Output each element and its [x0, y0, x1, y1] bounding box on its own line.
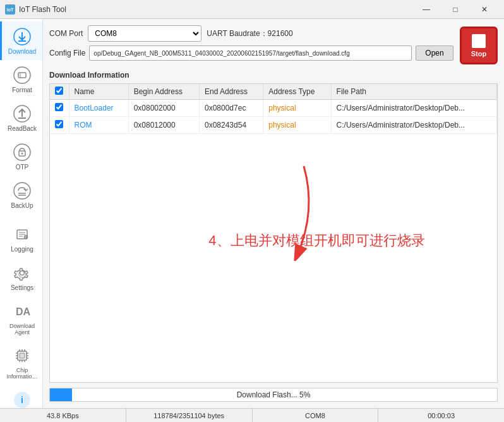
row-checkbox-cell-0: [50, 100, 69, 117]
com-port-label: COM Port: [49, 29, 83, 38]
sidebar-item-format[interactable]: Format: [0, 60, 42, 99]
sidebar-item-format-label: Format: [12, 87, 32, 93]
row-checkbox-1[interactable]: [55, 120, 63, 128]
col-begin: Begin Address: [128, 84, 199, 100]
sidebar-item-da[interactable]: DA DownloadAgent: [0, 296, 42, 341]
top-controls: COM Port COM8 UART Baudrate：921600 Confi…: [49, 25, 498, 66]
status-time: 00:00:03: [378, 409, 504, 422]
backup-icon: [12, 181, 32, 201]
open-button[interactable]: Open: [416, 45, 453, 61]
readback-icon: [12, 104, 32, 124]
table-row: ROM 0x08012000 0x08243d54 physical C:/Us…: [50, 117, 497, 134]
stop-button[interactable]: Stop: [460, 27, 498, 64]
col-name: Name: [69, 84, 128, 100]
title-bar: IoT IoT Flash Tool — □ ✕: [0, 0, 504, 19]
row-checkbox-0[interactable]: [55, 103, 63, 111]
status-bar: 43.8 KBps 118784/2351104 bytes COM8 00:0…: [0, 408, 504, 422]
download-table: Name Begin Address End Address Address T…: [50, 84, 497, 134]
sidebar-item-download-label: Download: [8, 48, 36, 55]
download-section-title: Download Information: [49, 71, 498, 80]
settings-icon: [12, 263, 32, 283]
window-title: IoT Flash Tool: [19, 5, 412, 14]
row-begin-0: 0x08002000: [128, 100, 199, 117]
sidebar-item-backup-label: BackUp: [11, 202, 33, 209]
stop-icon: [472, 34, 486, 48]
row-end-0: 0x0800d7ec: [200, 100, 263, 117]
minimize-button[interactable]: —: [412, 0, 441, 19]
close-button[interactable]: ✕: [470, 0, 499, 19]
sidebar-item-about[interactable]: i About: [0, 385, 42, 408]
window-controls: — □ ✕: [412, 0, 499, 19]
maximize-button[interactable]: □: [441, 0, 470, 19]
svg-rect-25: [20, 353, 25, 358]
baud-label: UART Baudrate：921600: [207, 28, 453, 39]
download-icon: [12, 27, 32, 47]
status-speed: 43.8 KBps: [0, 409, 126, 422]
svg-text:DA: DA: [16, 306, 31, 317]
svg-point-13: [21, 153, 23, 155]
sidebar-item-readback-label: ReadBack: [8, 125, 37, 132]
row-name-1: ROM: [69, 117, 128, 134]
instruction-text: 4、上电并对模组开机即可进行烧录: [208, 231, 424, 250]
row-begin-1: 0x08012000: [128, 117, 199, 134]
config-row: Config File Open: [49, 45, 453, 61]
row-path-0: C:/Users/Administrator/Desktop/Deb...: [331, 100, 496, 117]
col-type: Address Type: [263, 84, 331, 100]
svg-text:i: i: [21, 395, 23, 405]
sidebar-item-settings-label: Settings: [11, 284, 33, 291]
about-icon: i: [12, 390, 32, 408]
col-end: End Address: [200, 84, 263, 100]
download-table-container: Name Begin Address End Address Address T…: [49, 83, 498, 383]
svg-point-14: [14, 183, 30, 199]
row-checkbox-cell-1: [50, 117, 69, 134]
row-type-0: physical: [263, 100, 331, 117]
format-icon: [12, 65, 32, 85]
sidebar-item-backup[interactable]: BackUp: [0, 176, 42, 214]
row-path-1: C:/Users/Administrator/Desktop/Deb...: [331, 117, 496, 134]
col-path: File Path: [331, 84, 496, 100]
app-icon: IoT: [5, 4, 15, 15]
sidebar-item-logging-label: Logging: [11, 246, 33, 253]
table-row: BootLoader 0x08002000 0x0800d7ec physica…: [50, 100, 497, 117]
sidebar-item-settings[interactable]: Settings: [0, 258, 42, 296]
main-layout: Download Format ReadBack: [0, 19, 504, 408]
row-type-1: physical: [263, 117, 331, 134]
sidebar-item-otp-label: OTP: [16, 164, 29, 171]
svg-rect-6: [18, 73, 26, 78]
status-bytes: 118784/2351104 bytes: [126, 409, 253, 422]
col-checkbox: [50, 84, 69, 100]
config-input[interactable]: [89, 45, 412, 61]
sidebar-item-readback[interactable]: ReadBack: [0, 99, 42, 137]
logging-icon: [12, 224, 32, 244]
sidebar-item-chip-label: ChipInformatio…: [6, 367, 37, 380]
sidebar-item-otp[interactable]: OTP: [0, 137, 42, 176]
svg-text:IoT: IoT: [7, 8, 14, 12]
com-port-select[interactable]: COM8: [88, 25, 201, 42]
stop-label: Stop: [471, 50, 486, 57]
chip-icon: [12, 346, 32, 366]
sidebar-item-download[interactable]: Download: [0, 21, 42, 60]
row-name-0: BootLoader: [69, 100, 128, 117]
otp-icon: [12, 142, 32, 162]
sidebar: Download Format ReadBack: [0, 19, 43, 408]
status-port: COM8: [253, 409, 379, 422]
progress-area: Download Flash... 5%: [49, 388, 498, 402]
svg-point-5: [14, 67, 30, 83]
content-area: COM Port COM8 UART Baudrate：921600 Confi…: [43, 19, 504, 408]
arrow-indicator: [266, 160, 342, 261]
svg-point-11: [14, 144, 30, 160]
progress-text: Download Flash... 5%: [50, 390, 497, 399]
sidebar-item-da-label: DownloadAgent: [9, 323, 35, 335]
sidebar-item-logging[interactable]: Logging: [0, 219, 42, 258]
table-header-row: Name Begin Address End Address Address T…: [50, 84, 497, 100]
sidebar-item-chip[interactable]: ChipInformatio…: [0, 341, 42, 385]
da-icon: DA: [12, 301, 32, 322]
config-label: Config File: [49, 49, 85, 57]
row-end-1: 0x08243d54: [200, 117, 263, 134]
header-checkbox[interactable]: [55, 87, 63, 95]
